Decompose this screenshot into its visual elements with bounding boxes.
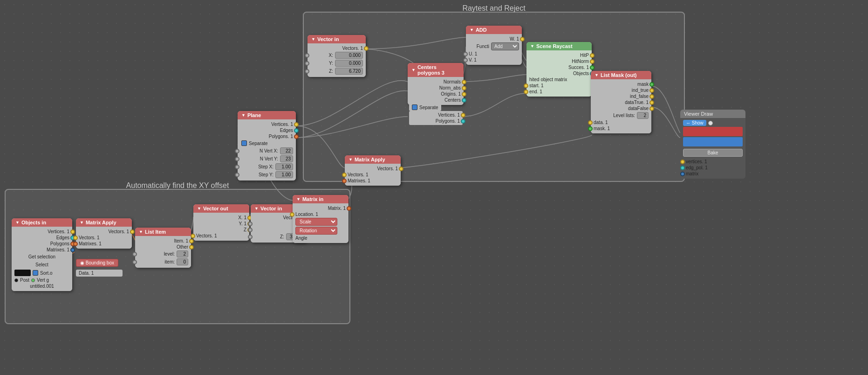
vector-in-header-1: ▼ Vector in bbox=[308, 35, 366, 43]
viewer-color-red bbox=[683, 127, 743, 136]
socket-viewer-verts bbox=[680, 160, 685, 164]
socket-stepx bbox=[235, 165, 239, 169]
oi-black-rect bbox=[14, 270, 31, 276]
add-header: ▼ ADD bbox=[466, 26, 522, 34]
plane-separate-check[interactable] bbox=[241, 140, 247, 146]
socket-stepy bbox=[235, 173, 239, 177]
add-row-w: W. 1 bbox=[466, 36, 522, 42]
separate-checkbox[interactable] bbox=[412, 104, 417, 110]
plane-polygons: Polygons. 1 bbox=[238, 133, 296, 139]
lm-indfalse: ind_false bbox=[591, 93, 651, 99]
socket-normabs bbox=[462, 86, 466, 90]
socket-plane-polys bbox=[294, 134, 299, 139]
matrix-apply-node-1: ▼ Matrix Apply Vectors. 1 Vectors. 1 Mat… bbox=[345, 155, 401, 186]
sr-succes: Succes. 1 bbox=[526, 64, 592, 70]
socket-li-itemval bbox=[132, 260, 137, 264]
sr-start: start. 1 bbox=[526, 83, 592, 89]
plane-stepx: Step X: 1.00 bbox=[238, 163, 296, 171]
socket-v-in bbox=[463, 58, 468, 62]
li-itemval: item: 0 bbox=[135, 258, 191, 266]
objects-in-header: ▼ Objects in bbox=[12, 218, 72, 227]
scene-raycast-header: ▼ Scene Raycast bbox=[526, 42, 592, 50]
sr-hitnorm: HitNorm bbox=[526, 58, 592, 64]
centers-polygons-header: ▼ Centers polygons 3 bbox=[408, 63, 464, 77]
lm-datafalse: dataFalse bbox=[591, 105, 651, 111]
oi-select: Select bbox=[12, 261, 72, 269]
socket-li-other bbox=[189, 245, 194, 250]
lm-levellists: Level lists: 2 bbox=[591, 111, 651, 119]
add-node: ▼ ADD W. 1 Functi Add U. 1 V. 1 bbox=[466, 26, 522, 65]
add-functi-select[interactable]: Add bbox=[491, 42, 519, 50]
socket-data-in bbox=[588, 120, 593, 125]
oi-getsel: Get selection bbox=[12, 253, 72, 261]
mi-angle: Angle bbox=[293, 235, 349, 241]
socket-mask-in bbox=[588, 126, 593, 131]
socket-start-in bbox=[524, 83, 528, 88]
socket-hitnorm bbox=[590, 59, 595, 64]
ma1-vectors-out: Vectors. 1 bbox=[345, 166, 401, 172]
socket-datafalse bbox=[649, 106, 654, 111]
oi-sort-checkbox[interactable] bbox=[33, 270, 38, 276]
socket-sep-polygons bbox=[461, 119, 465, 124]
oi-postvert: Post Vert g bbox=[12, 277, 72, 283]
oi-name: untitled.001 bbox=[12, 283, 72, 289]
socket-normals bbox=[462, 80, 466, 84]
viewer-draw-header: Viewer Draw bbox=[680, 110, 745, 118]
viewer-bake-button[interactable]: Bake bbox=[683, 149, 743, 157]
oi-edges: Edges bbox=[12, 235, 72, 241]
vector-out-header: ▼ Vector out bbox=[193, 204, 249, 213]
oi-post-circle bbox=[14, 278, 18, 282]
socket-indtrue bbox=[649, 88, 654, 93]
plane-nvertx: N Vert X: 22 bbox=[238, 147, 296, 155]
add-row-u: U. 1 bbox=[466, 51, 522, 57]
vo-z: Z bbox=[193, 227, 249, 233]
matrix-apply-node-2: ▼ Matrix Apply Vectors. 1 Vectors. 1 Mat… bbox=[76, 218, 132, 249]
cp-normabs: Norm_abs bbox=[408, 85, 464, 91]
mi-location: Location. 1 bbox=[293, 211, 349, 217]
viewer-matrix: matrix bbox=[683, 171, 743, 177]
socket-viewer-matrix bbox=[680, 172, 685, 176]
list-mask-node: ▼ List Mask (out) mask ind_true ind_fals… bbox=[591, 71, 651, 133]
sr-hitp: HitP bbox=[526, 52, 592, 58]
plane-nverty: N Vert Y: 23 bbox=[238, 155, 296, 163]
socket-centers bbox=[462, 98, 466, 103]
cp-normals: Normals bbox=[408, 79, 464, 85]
separate-checkbox-area[interactable]: Separate bbox=[409, 104, 441, 111]
ma2-vectors-in: Vectors. 1 bbox=[76, 235, 132, 241]
li-item: Item. 1 bbox=[135, 238, 191, 244]
data-label: Data. 1 bbox=[76, 270, 123, 277]
objects-in-node: ▼ Objects in Vertices. 1 Edges Polygons … bbox=[12, 218, 72, 291]
viewer-color-blue bbox=[683, 137, 743, 146]
mi-scale-select[interactable]: Scale bbox=[295, 218, 337, 226]
socket-ma1-vects bbox=[399, 167, 403, 171]
viewer-edgpol: edg_pol. 1 bbox=[683, 165, 743, 171]
vector-out-node: ▼ Vector out X. 1 Y. 1 Z Vectors. 1 bbox=[193, 204, 249, 241]
viewer-vertices: vertices. 1 bbox=[683, 159, 743, 165]
ma2-vectors-out: Vectors. 1 bbox=[76, 229, 132, 235]
ma1-matrixes-in: Matrixes. 1 bbox=[345, 178, 401, 184]
mi-rotation-select[interactable]: Rotation bbox=[295, 227, 337, 235]
bounding-box-button[interactable]: ◉ Bounding box bbox=[76, 259, 118, 267]
vo-x: X. 1 bbox=[193, 215, 249, 221]
list-item-header: ▼ List Item bbox=[135, 228, 191, 236]
viewer-draw-node: Viewer Draw ↔ Show Bake vertices. 1 edg_… bbox=[680, 110, 745, 179]
socket-li-item bbox=[189, 239, 194, 243]
lm-data: data. 1 bbox=[591, 119, 651, 125]
viewer-draw-body: ↔ Show Bake vertices. 1 edg_pol. 1 matri… bbox=[680, 118, 745, 179]
socket-z-in bbox=[305, 69, 309, 74]
list-mask-header: ▼ List Mask (out) bbox=[591, 71, 651, 79]
ma2-matrixes-in: Matrixes. 1 bbox=[76, 241, 132, 247]
plane-separate-checkbox[interactable]: Separate bbox=[238, 139, 296, 147]
viewer-show-toggle[interactable]: ↔ Show bbox=[683, 120, 706, 126]
socket-datatrue bbox=[649, 100, 654, 105]
lm-maskin: mask. 1 bbox=[591, 125, 651, 132]
viewer-circle-icon bbox=[708, 121, 713, 125]
socket-nverty bbox=[235, 157, 239, 161]
plane-stepy: Step Y: 1.00 bbox=[238, 171, 296, 179]
socket-u-in bbox=[463, 52, 468, 56]
socket-mask-out bbox=[649, 82, 654, 87]
vo-y: Y. 1 bbox=[193, 221, 249, 227]
socket-w-out bbox=[520, 37, 525, 42]
matrix-in-node: ▼ Matrix in Matrix. 1 Location. 1 Scale … bbox=[293, 195, 349, 243]
oi-polygons: Polygons bbox=[12, 241, 72, 247]
